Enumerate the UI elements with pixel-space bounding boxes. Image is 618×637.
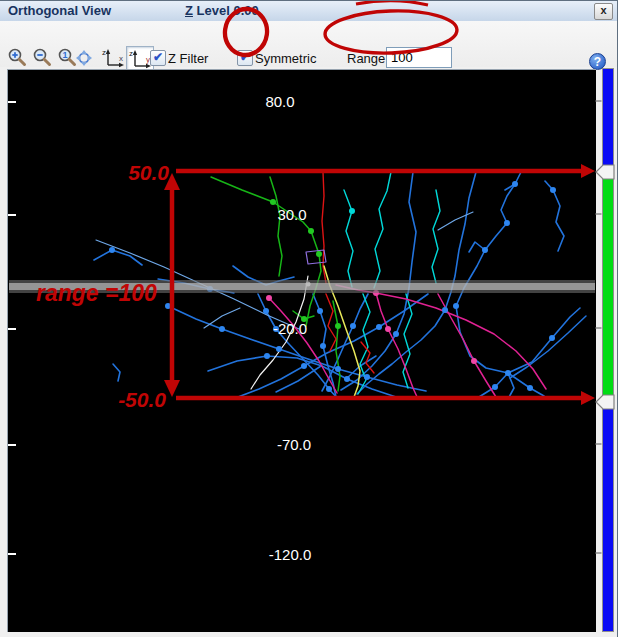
tracing-node-dot [320, 343, 326, 349]
tracing-node-dot [482, 247, 488, 253]
tracing-node-dot [550, 187, 556, 193]
neuron-tracing [553, 190, 564, 251]
z-axis-tick-left [8, 444, 16, 446]
tracing-node-dot [527, 385, 533, 391]
tracing-node-dot [308, 228, 314, 234]
tracing-node-dot [393, 331, 399, 337]
pan-button[interactable] [72, 46, 96, 70]
orthogonal-view-canvas[interactable]: 80.030.0-20.0-70.0-120.0 [7, 69, 596, 632]
checkmark-icon: ✔ [240, 50, 250, 64]
neuron-tracing [438, 212, 473, 230]
neuron-tracing-layer: 80.030.0-20.0-70.0-120.0 [8, 70, 596, 632]
tracing-node-dot [270, 199, 276, 205]
tracing-node-dot [335, 366, 341, 372]
z-axis-tick-left [8, 101, 16, 103]
tracing-node-dot [276, 346, 282, 352]
close-button[interactable]: x [594, 3, 613, 20]
neuron-tracing [374, 172, 391, 288]
tracing-node-dot [492, 384, 498, 390]
neuron-tracing [510, 316, 586, 378]
z-level-value: Level 0.00 [193, 3, 259, 18]
tracing-node-dot [326, 386, 332, 392]
zoom-in-icon [7, 47, 29, 69]
slider-handle-top[interactable] [596, 165, 614, 179]
tracing-node-dot [109, 247, 115, 253]
neuron-tracing [432, 190, 440, 283]
tracing-node-dot [335, 323, 341, 329]
tracing-node-dot [301, 363, 307, 369]
z-filter-label: Z Filter [168, 51, 208, 66]
z-axis-tick-left [8, 214, 16, 216]
slider-segment[interactable] [603, 69, 613, 172]
neuron-tracing [344, 190, 353, 287]
tracing-node-dot [317, 308, 323, 314]
tracing-node-dot [219, 326, 225, 332]
window-title: Orthogonal View [8, 3, 111, 18]
toolbar: 1 z x [0, 21, 617, 67]
range-label: Range [347, 51, 385, 66]
orthogonal-view-window: Orthogonal View Z Level 0.00 x 1 [0, 0, 618, 637]
svg-text:x: x [119, 54, 123, 63]
axis-zx-button[interactable]: z x [100, 46, 126, 70]
zoom-in-button[interactable] [6, 46, 30, 70]
neuron-tracing [204, 308, 240, 328]
tracing-node-dot [453, 303, 459, 309]
titlebar: Orthogonal View Z Level 0.00 x [0, 1, 617, 22]
z-level-indicator: Z Level 0.00 [185, 3, 259, 18]
z-axis-tick-left [8, 328, 16, 330]
neuron-tracing [113, 364, 120, 381]
neuron-tracing [269, 298, 337, 393]
z-axis-label: 30.0 [277, 206, 306, 223]
z-axis-label: -70.0 [277, 436, 311, 453]
svg-text:1: 1 [62, 50, 67, 60]
neuron-tracing [94, 250, 142, 265]
pan-compass-icon [73, 47, 95, 69]
neuron-tracing [376, 293, 418, 399]
tracing-node-dot [266, 295, 272, 301]
zoom-out-icon [32, 47, 54, 69]
svg-text:z: z [102, 48, 106, 57]
zoom-out-button[interactable] [31, 46, 55, 70]
tracing-node-dot [376, 324, 382, 330]
z-filter-checkbox[interactable]: ✔ [150, 50, 166, 66]
checkmark-icon: ✔ [153, 50, 163, 64]
slider-segment[interactable] [603, 402, 613, 631]
symmetric-label: Symmetric [255, 51, 316, 66]
tracing-node-dot [505, 370, 511, 376]
tracing-node-dot [364, 374, 370, 380]
range-input[interactable] [386, 47, 452, 68]
tracing-node-dot [316, 251, 322, 257]
tracing-node-dot [549, 335, 555, 341]
z-axis-label: -20.0 [273, 320, 307, 337]
neuron-tracing [326, 294, 336, 351]
tracing-node-dot [264, 353, 270, 359]
z-level-band-core [9, 283, 595, 290]
tracing-node-dot [471, 358, 477, 364]
tracing-node-dot [165, 303, 171, 309]
slider-handle-bottom[interactable] [596, 395, 614, 409]
z-range-slider-track[interactable] [603, 69, 614, 632]
slider-segment[interactable] [603, 172, 613, 402]
neuron-tracing [211, 177, 321, 326]
z-axis-tick-left [8, 553, 16, 555]
tracing-node-dot [263, 308, 269, 314]
tracing-node-dot [512, 181, 518, 187]
axis-zx-icon: z x [100, 46, 126, 70]
help-button[interactable]: ? [589, 53, 606, 70]
z-level-mnemonic: Z [185, 3, 193, 18]
tracing-node-dot [442, 307, 448, 313]
z-axis-label: -120.0 [269, 546, 312, 563]
tracing-node-dot [344, 376, 350, 382]
tracing-node-dot [350, 323, 356, 329]
tracing-node-dot [385, 326, 391, 332]
symmetric-checkbox[interactable]: ✔ [237, 50, 253, 66]
neuron-tracing [333, 301, 340, 391]
svg-text:z: z [129, 49, 133, 58]
neuron-tracing [270, 177, 282, 276]
neuron-tracing [508, 308, 580, 373]
tracing-node-dot [504, 220, 510, 226]
z-axis-label: 80.0 [265, 93, 294, 110]
tracing-node-dot [349, 208, 355, 214]
